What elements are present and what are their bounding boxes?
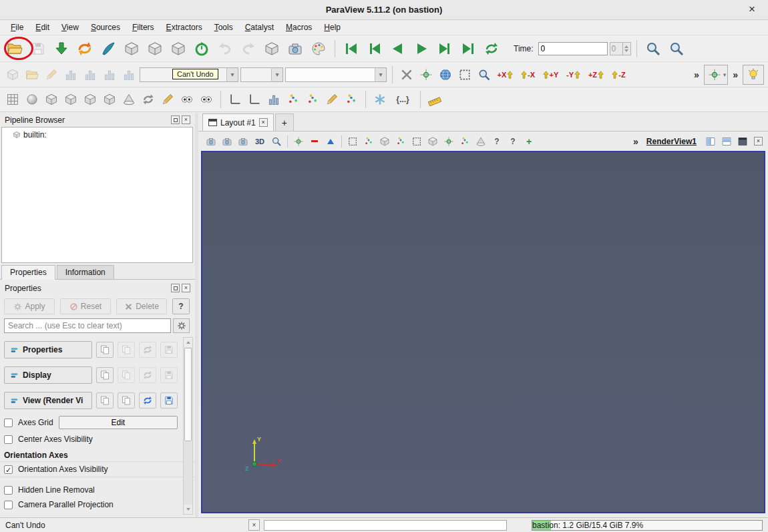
plot-over-line-button[interactable] [226,91,244,108]
save-data-button[interactable] [27,39,49,59]
apply-button[interactable]: Apply [4,298,55,314]
color-palette-button[interactable] [308,39,329,59]
camera-link-button[interactable] [706,66,723,83]
extract-subset-button[interactable] [101,91,118,108]
menu-file[interactable]: File [5,21,29,33]
copy-properties-button[interactable] [96,342,114,358]
maximize-view-button[interactable] [735,134,750,149]
toggle-3d-mode-button[interactable]: 3D [252,134,268,149]
clip-filter-button[interactable] [43,91,60,108]
select-camera-button[interactable] [473,134,488,149]
server-connect-button[interactable] [121,39,142,59]
histogram-button[interactable] [265,91,282,108]
frame-spinbox[interactable] [610,42,631,55]
pipeline-float-button[interactable] [171,115,180,124]
view-minus-z-button[interactable]: -Z [608,66,629,83]
show-center-axes-view-button[interactable] [291,134,306,149]
scrollbar-thumb[interactable] [184,348,192,441]
vcr-previous-frame-button[interactable] [364,39,385,59]
zoom-to-box-button[interactable] [642,39,664,59]
vcr-last-frame-button[interactable] [457,39,479,59]
scroll-up-icon[interactable] [184,338,192,347]
open-file-button[interactable] [4,39,25,59]
paste-display-button[interactable] [118,367,135,383]
ruler-source-button[interactable] [426,91,443,108]
group-datasets-button[interactable] [178,91,196,108]
search-options-button[interactable] [173,318,190,333]
copy-display-button[interactable] [96,367,114,383]
tab-information[interactable]: Information [57,265,114,279]
extract-selection-button[interactable] [343,91,360,108]
slice-filter-button[interactable] [62,91,79,108]
axes-grid-edit-button[interactable]: Edit [59,416,178,429]
color-brush-button[interactable] [98,39,119,59]
frame-input[interactable] [610,42,623,55]
help-button[interactable]: ? [172,298,190,314]
properties-close-button[interactable]: × [182,284,190,292]
show-center-axes-button[interactable] [398,66,415,83]
reset-center-globe-button[interactable] [437,66,454,83]
undo-button[interactable] [214,39,236,59]
select-polygon-cells-button[interactable] [409,134,424,149]
reset-defaults-button[interactable] [139,342,156,358]
extract-level-button[interactable] [198,91,215,108]
group-dropdown-icon[interactable]: ▾ [723,71,727,78]
save-state-button[interactable] [74,39,95,59]
delete-button[interactable]: Delete [116,298,167,314]
hide-center-axes-button[interactable] [307,134,322,149]
menu-sources[interactable]: Sources [85,21,126,33]
save-defaults-button[interactable] [160,342,178,358]
edit-color-map-button[interactable] [43,66,60,83]
zoom-to-box-view-button[interactable] [269,134,284,149]
select-cells-on-button[interactable] [345,134,360,149]
select-points-on-button[interactable] [361,134,376,149]
select-cells-through-button[interactable] [377,134,392,149]
toolbar-overflow-chevron[interactable]: » [730,69,741,80]
light-kit-button[interactable] [745,66,762,83]
select-points-through-button[interactable] [393,134,408,149]
split-vertical-button[interactable] [719,134,734,149]
contour-filter-button[interactable] [120,91,138,108]
capture-screenshot-button[interactable] [284,39,306,59]
search-input[interactable] [4,318,171,333]
menu-edit[interactable]: Edit [30,21,55,33]
plot-selection-button[interactable] [246,91,263,108]
interactive-select-cells-button[interactable] [441,134,456,149]
reset-display-defaults-button[interactable] [139,367,156,383]
hover-points-button[interactable]: ? [506,134,520,149]
vcr-loop-button[interactable] [481,39,502,59]
plot-data-button[interactable] [323,91,341,108]
source-box-button[interactable] [4,66,21,83]
reset-camera-button[interactable] [204,134,218,149]
scatter-plot-button[interactable] [284,91,302,108]
save-view-defaults-button[interactable] [160,392,178,409]
rescale-custom-button[interactable] [81,66,99,83]
pick-center-view-button[interactable] [323,134,338,149]
menu-extractors[interactable]: Extractors [161,21,208,33]
pick-center-button[interactable] [417,66,435,83]
scroll-down-icon[interactable] [184,505,192,514]
frame-spin-arrows[interactable] [623,42,631,55]
sphere-source-button[interactable] [23,91,41,108]
split-horizontal-button[interactable] [703,134,718,149]
save-display-defaults-button[interactable] [160,367,178,383]
reset-view-defaults-button[interactable] [139,392,156,409]
render-viewport[interactable]: Y x Z [201,151,765,513]
view-plus-z-button[interactable]: +Z [586,66,606,83]
window-close-icon[interactable]: × [745,3,759,16]
reset-session-button[interactable] [191,39,212,59]
render-view-name[interactable]: RenderView1 [646,137,697,146]
threshold-filter-button[interactable] [81,91,99,108]
reset-button[interactable]: Reset [60,298,111,314]
tab-properties[interactable]: Properties [1,265,55,280]
camera-parallel-checkbox[interactable] [4,501,13,509]
menu-help[interactable]: Help [319,21,346,33]
combo-dropdown-icon[interactable]: ▾ [271,68,282,81]
pipeline-close-button[interactable]: × [182,115,190,124]
reset-camera-closest-button[interactable] [220,134,234,149]
new-layout-tab-button[interactable]: + [275,113,294,131]
vcr-first-frame-button[interactable] [341,39,362,59]
python-calculator-button[interactable]: {...} [391,91,415,108]
rescale-temporal-button[interactable] [101,66,118,83]
menu-catalyst[interactable]: Catalyst [240,21,279,33]
